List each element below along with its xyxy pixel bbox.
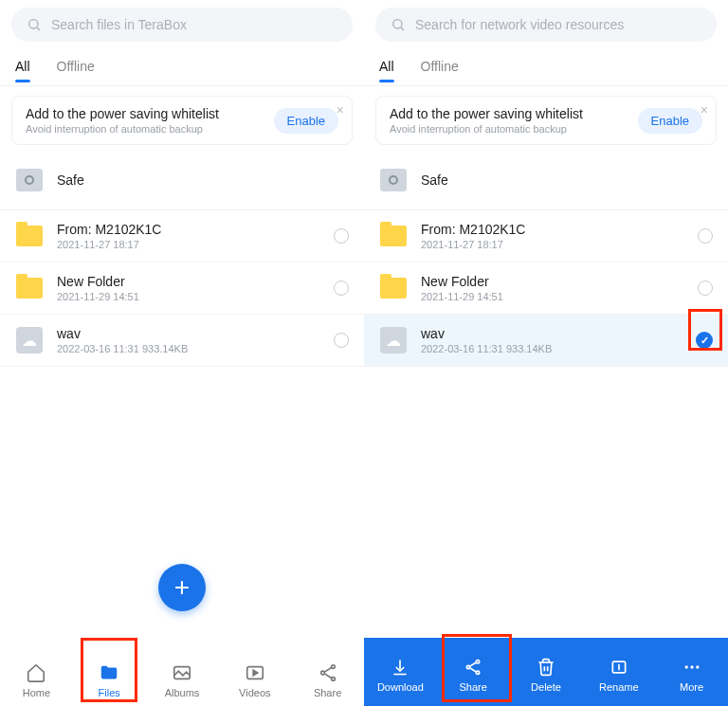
tabs: All Offline [364,49,728,81]
item-title: Safe [57,172,349,188]
svg-point-21 [690,665,693,668]
enable-button[interactable]: Enable [274,108,338,134]
nav-label: Videos [239,687,270,698]
item-meta: 2021-11-27 18:17 [57,239,349,250]
item-title: New Folder [421,274,713,289]
rename-icon [610,658,628,677]
action-label: Download [377,681,424,693]
nav-videos[interactable]: Videos [228,661,282,698]
share-icon [318,662,338,683]
svg-marker-4 [253,670,258,676]
search-placeholder: Search for network video resources [415,17,624,32]
select-radio[interactable] [334,281,349,296]
banner-title: Add to the power saving whitelist [390,106,583,121]
file-item-newfolder[interactable]: New Folder 2021-11-29 14:51 [364,262,728,315]
folder-icon [380,278,407,299]
tab-offline[interactable]: Offline [57,49,95,81]
safe-icon [16,169,43,191]
search-icon [391,17,406,32]
svg-line-9 [324,674,331,679]
safe-item[interactable]: Safe [364,154,728,206]
svg-line-8 [324,668,331,673]
banner-subtitle: Avoid interruption of automatic backup [390,123,583,135]
action-label: Delete [531,681,561,693]
item-meta: 2021-11-27 18:17 [421,239,713,250]
select-radio[interactable] [698,228,713,244]
action-more[interactable]: More [663,657,721,693]
select-radio[interactable] [334,228,349,244]
file-item-wav[interactable]: wav 2022-03-16 11:31 933.14KB [364,315,728,367]
svg-point-6 [320,671,324,675]
item-meta: 2022-03-16 11:31 933.14KB [421,343,713,354]
svg-point-0 [29,20,38,28]
action-download[interactable]: Download [371,657,429,693]
nav-label: Share [314,687,341,698]
screen-left: Search files in TeraBox All Offline Add … [0,0,364,706]
tab-all[interactable]: All [15,49,30,81]
nav-label: Albums [165,687,200,698]
search-bar[interactable]: Search files in TeraBox [11,8,353,42]
share-icon [464,658,482,677]
search-icon [27,17,42,32]
nav-label: Files [99,687,120,698]
select-checked[interactable] [696,332,713,349]
tab-offline[interactable]: Offline [421,49,459,81]
item-title: New Folder [57,274,349,289]
svg-point-13 [477,661,480,663]
close-icon[interactable]: × [701,102,708,118]
home-icon [26,662,46,683]
action-bar: Download Share Delete Rename More [364,638,728,706]
search-bar[interactable]: Search for network video resources [375,8,717,42]
divider [364,85,728,86]
svg-line-11 [401,27,404,30]
enable-button[interactable]: Enable [638,108,702,134]
tabs: All Offline [0,49,364,81]
nav-home[interactable]: Home [9,661,63,698]
nav-files[interactable]: Files [82,661,136,698]
svg-point-10 [393,20,402,28]
close-icon[interactable]: × [337,102,344,118]
nav-share[interactable]: Share [301,661,355,698]
action-label: Rename [599,681,639,693]
nav-label: Home [23,687,50,698]
action-label: More [680,681,703,693]
banner-subtitle: Avoid interruption of automatic backup [26,123,219,135]
item-title: From: M2102K1C [421,222,713,237]
item-meta: 2022-03-16 11:31 933.14KB [57,343,349,354]
item-title: From: M2102K1C [57,222,349,237]
tab-all[interactable]: All [379,49,394,81]
svg-line-16 [470,662,477,666]
file-item-from[interactable]: From: M2102K1C 2021-11-27 18:17 [0,210,364,262]
svg-point-15 [477,671,480,674]
action-delete[interactable]: Delete [517,657,575,693]
files-icon [99,662,119,683]
nav-albums[interactable]: Albums [155,661,209,698]
select-radio[interactable] [698,281,713,296]
file-item-newfolder[interactable]: New Folder 2021-11-29 14:51 [0,262,364,315]
folder-icon [16,226,43,246]
albums-icon [172,662,192,683]
safe-item[interactable]: Safe [0,154,364,206]
action-share[interactable]: Share [444,657,502,693]
svg-point-20 [684,665,687,668]
file-item-from[interactable]: From: M2102K1C 2021-11-27 18:17 [364,210,728,262]
fab-add[interactable]: + [158,564,206,611]
svg-line-1 [37,27,40,30]
svg-line-17 [470,668,477,672]
select-radio[interactable] [334,333,349,348]
action-label: Share [460,681,487,693]
item-meta: 2021-11-29 14:51 [421,291,713,302]
item-meta: 2021-11-29 14:51 [57,291,349,302]
power-saving-banner: Add to the power saving whitelist Avoid … [375,96,717,145]
screen-right: Search for network video resources All O… [364,0,728,706]
trash-icon [537,658,555,677]
divider [0,85,364,86]
folder-icon [16,278,43,299]
bottom-nav: Home Files Albums Videos Share [0,638,364,706]
action-rename[interactable]: Rename [590,657,648,693]
file-item-wav[interactable]: wav 2022-03-16 11:31 933.14KB [0,315,364,367]
item-title: wav [421,326,713,341]
cloud-file-icon [380,327,407,353]
svg-point-5 [331,665,335,669]
download-icon [391,658,410,677]
